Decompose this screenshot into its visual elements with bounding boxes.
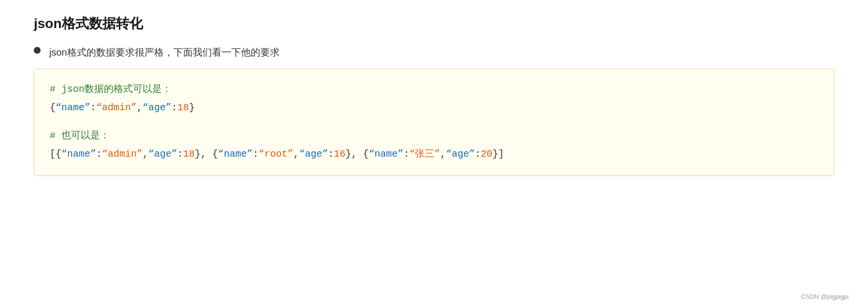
code-number: 20: [481, 148, 492, 160]
code-line-1: {“name”:“admin”,“age”:18}: [50, 99, 818, 117]
code-comment-2: # 也可以是：: [50, 127, 818, 145]
code-punct: }]: [492, 148, 504, 160]
watermark: CSDN @pigpigpi: [801, 293, 849, 300]
code-key: “age”: [142, 102, 171, 113]
code-punct: ,: [440, 148, 446, 160]
page-title: json格式数据转化: [34, 15, 839, 33]
code-string: “root”: [258, 148, 293, 160]
code-punct: {: [50, 102, 56, 113]
code-punct: ,: [293, 148, 299, 160]
code-key: “age”: [299, 148, 328, 160]
code-line-2: [{“name”:“admin”,“age”:18}, {“name”:“roo…: [50, 146, 818, 163]
code-key: “name”: [56, 102, 90, 113]
bullet-dot-icon: [34, 47, 41, 54]
code-punct: ,: [142, 148, 148, 160]
code-comment-1: # json数据的格式可以是：: [50, 81, 818, 98]
code-punct: :: [403, 148, 409, 160]
code-punct: :: [90, 102, 96, 113]
code-number: 18: [177, 102, 189, 113]
code-punct: }, {: [345, 148, 369, 160]
code-punct: :: [253, 148, 258, 160]
code-string: “张三”: [409, 148, 440, 160]
code-key: “age”: [148, 148, 177, 160]
code-key: “name”: [61, 148, 96, 160]
code-punct: :: [177, 148, 183, 160]
code-punct: :: [475, 148, 481, 160]
code-string: “admin”: [102, 148, 142, 160]
bullet-text: json格式的数据要求很严格，下面我们看一下他的要求: [49, 44, 280, 60]
code-number: 18: [183, 148, 195, 160]
code-punct: }, {: [195, 148, 218, 160]
code-number: 16: [334, 148, 345, 160]
code-punct: ,: [137, 102, 142, 113]
code-block: # json数据的格式可以是： {“name”:“admin”,“age”:18…: [34, 69, 834, 176]
code-key: “age”: [446, 148, 475, 160]
code-key: “name”: [218, 148, 253, 160]
bullet-item: json格式的数据要求很严格，下面我们看一下他的要求: [34, 44, 839, 60]
code-punct: [{: [50, 148, 61, 160]
code-spacer: [50, 117, 818, 127]
code-punct: :: [328, 148, 334, 160]
code-string: “admin”: [96, 102, 137, 113]
code-punct: }: [189, 102, 195, 113]
code-key: “name”: [369, 148, 403, 160]
code-punct: :: [96, 148, 102, 160]
code-punct: :: [171, 102, 177, 113]
